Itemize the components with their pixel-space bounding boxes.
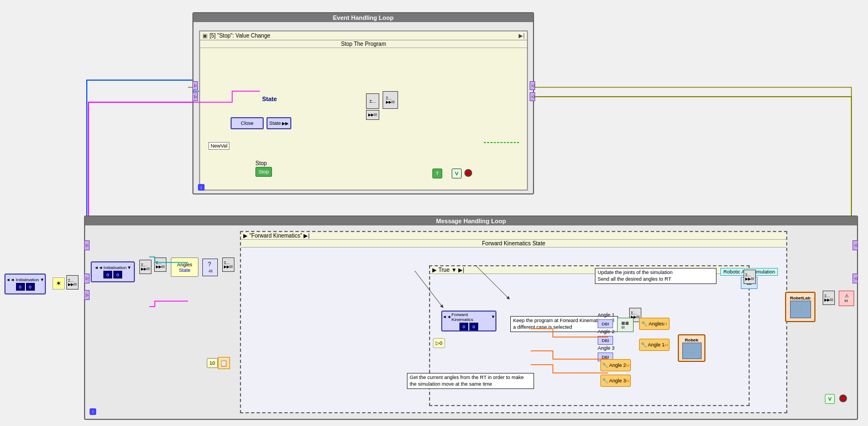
zero-const: ▷0 <box>433 338 445 348</box>
state-block[interactable]: State ▶▶ <box>266 117 291 129</box>
angle2-output: 🔧 Angle 2 H <box>600 359 631 371</box>
init-outer-val1: 0 <box>16 283 25 291</box>
event-handling-loop: Event Handling Loop ▣ [5] "Stop": Value … <box>192 12 534 194</box>
ten-constant: 10 <box>207 358 218 368</box>
message-loop-title: Message Handling Loop <box>85 217 857 225</box>
init-outer-val2: 0 <box>26 283 35 291</box>
init-inner-val2: 0 <box>113 271 122 278</box>
true-indicator: T <box>432 169 442 178</box>
merge-right-1: Σ...▶▶III <box>823 291 835 305</box>
event-case-header: ▣ [5] "Stop": Value Change ▶| <box>200 31 527 40</box>
stop-label: Stop <box>255 160 267 166</box>
shift-reg-right-top: ◁ <box>853 240 858 250</box>
event-case-label: [5] "Stop": Value Change <box>210 33 270 39</box>
stop-tf-block[interactable]: Stop <box>255 167 272 177</box>
state-label-msg: State <box>179 267 190 273</box>
shift-reg-left-mid: ▷ <box>84 274 90 283</box>
bundle-node: Σ...▶▶III <box>383 91 398 109</box>
newval-label: NewVal <box>208 142 229 150</box>
stop-indicator-msg <box>839 395 847 402</box>
robetlab-vi[interactable]: RobetLab 🦾 <box>785 292 815 322</box>
angles-label: Angles <box>177 262 192 267</box>
fk-case-header: ▶ "Forward Kinematics" ▶| <box>241 232 786 240</box>
angle1-output: 🔧 Angle 1 H <box>639 339 670 351</box>
merge-msg-3: Σ...▶▶III <box>222 257 234 272</box>
fk-inner-block[interactable]: ◄◄ Forward Kinematics ▼ 0 0 <box>441 311 496 332</box>
robek-image: 🦾 <box>682 343 702 359</box>
angles-output: 🔧 Angles H <box>639 318 670 330</box>
event-case-sublabel: Stop The Program <box>341 41 386 47</box>
angle3-output: 🔧 Angle 3 H <box>600 375 631 387</box>
question-node: ?-III <box>202 259 218 276</box>
ev-shift-left-1: ▷ <box>192 81 198 90</box>
angle3-label: Angle 3 <box>598 345 615 351</box>
merge-msg-1: Σ...▶▶III <box>139 260 151 274</box>
star-node: ✶ <box>53 277 65 290</box>
angles-state-block: Angles State <box>171 257 198 277</box>
fk-inner-label: ◄◄ Forward Kinematics ▼ <box>442 312 495 322</box>
merge-node-2: ▶▶III <box>366 110 379 120</box>
shift-reg-right-mid: ◁ <box>853 274 858 283</box>
msg-loop-info: i <box>90 408 96 415</box>
merge-msg-2: Σ...▶▶III <box>154 257 166 272</box>
fk-val1: 0 <box>459 323 468 330</box>
dbi-block-2: DBI <box>598 336 613 345</box>
state-label: State <box>269 120 281 126</box>
error-block: ⚠H <box>839 291 854 306</box>
event-loop-info: i <box>198 184 205 191</box>
init-outer-label: ◄◄ Initialisation ▼ <box>6 277 45 282</box>
angle2-label: Angle 2 <box>598 329 615 334</box>
init-inner-val1: 0 <box>103 271 112 278</box>
notes-icon: 📋 <box>218 357 230 369</box>
init-inner-label: ◄◄ Initialisation ▼ <box>94 265 132 270</box>
dbi-block-1: DBI <box>598 319 613 328</box>
close-label: Close <box>240 120 253 126</box>
fk-case-struct: ▶ "Forward Kinematics" ▶| Forward Kinema… <box>240 231 787 413</box>
fk-val2: 0 <box>469 323 478 330</box>
local-var-v: V <box>452 169 462 178</box>
close-block[interactable]: Close <box>231 117 264 129</box>
message-handling-loop: Message Handling Loop ◄◄ Initialisation … <box>84 215 858 420</box>
annotation-update-joints: Update the joints of the simulationSend … <box>595 268 717 284</box>
robetlab-image: 🦾 <box>790 301 811 318</box>
state-text-label: State <box>262 96 277 102</box>
shift-reg-left-bot: ▷ <box>84 290 90 300</box>
init-outer[interactable]: ◄◄ Initialisation ▼ 0 0 <box>4 274 46 294</box>
event-frame: ▣ [5] "Stop": Value Change ▶| Stop The P… <box>199 30 528 191</box>
merge-fk-final: Σ...▶▶III <box>744 270 756 284</box>
ev-shift-left-2: ▷ <box>192 92 198 101</box>
angle1-label: Angle 1 <box>598 312 615 318</box>
robek-subvi[interactable]: Robek 🦾 <box>678 334 705 362</box>
merge-left-1: Σ...▶▶III <box>66 275 79 290</box>
merge-node-1: Σ... <box>366 93 379 109</box>
ev-shift-right-1: ◁ <box>530 81 535 90</box>
shift-reg-left-top: ▷ <box>84 240 90 250</box>
annotation-get-angles: Get the current angles from the RT in or… <box>407 373 534 389</box>
stop-indicator <box>464 169 472 177</box>
array-block: ▦▦III <box>617 318 634 332</box>
local-var-v-msg: V <box>825 394 835 404</box>
event-loop-title: Event Handling Loop <box>194 13 533 22</box>
fk-case-sublabel: Forward Kinematics State <box>482 240 546 246</box>
ev-shift-right-2: ◁ <box>530 92 535 101</box>
init-inner[interactable]: ◄◄ Initialisation ▼ 0 0 <box>91 261 135 282</box>
